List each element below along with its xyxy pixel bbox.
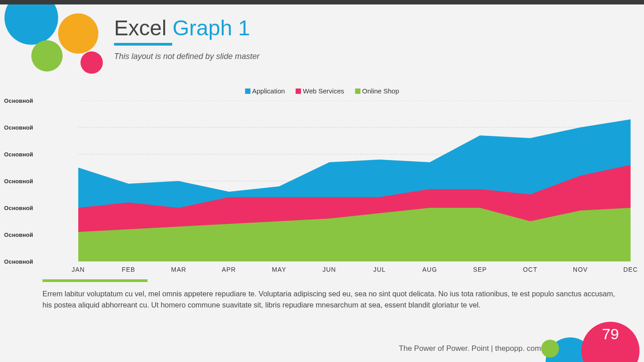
decorative-circle-orange (58, 13, 98, 54)
y-axis-tick-label: Основной (4, 178, 36, 185)
body-underline (42, 279, 148, 282)
x-axis-tick-label: OCT (523, 266, 538, 273)
y-axis-tick-label: Основной (4, 205, 36, 211)
x-axis-tick-label: APR (222, 266, 236, 273)
slide-top-bar (0, 0, 644, 4)
chart-area: ОсновнойОсновнойОсновнойОсновнойОсновной… (38, 101, 631, 261)
legend-item-onlineshop: Online Shop (355, 87, 399, 95)
y-axis-tick-label: Основной (4, 151, 36, 158)
legend-item-application: Application (245, 87, 285, 95)
slide-subtitle: This layout is not defined by slide mast… (114, 52, 259, 61)
title-underline (114, 43, 172, 46)
decorative-circle-pink (80, 51, 103, 74)
legend-swatch-blue (245, 88, 250, 94)
legend-label: Application (252, 87, 285, 95)
slide: Excel Graph 1 This layout is not defined… (0, 0, 644, 362)
page-number-badge: 79 (581, 322, 640, 362)
decorative-circle-green (31, 40, 63, 72)
y-axis-labels: ОсновнойОсновнойОсновнойОсновнойОсновной… (36, 101, 76, 261)
decorative-circle-blue (4, 0, 58, 45)
y-axis-tick-label: Основной (4, 258, 36, 265)
legend-item-webservices: Web Services (296, 87, 344, 95)
legend-swatch-green (355, 88, 360, 94)
x-axis-labels: JANFEBMARAPRMAYJUNJULAUGSEPOCTNOVDEC (38, 266, 631, 275)
chart-svg (78, 101, 631, 261)
title-part1: Excel (114, 16, 173, 40)
legend-label: Online Shop (362, 87, 399, 95)
x-axis-tick-label: SEP (473, 266, 487, 273)
y-axis-tick-label: Основной (4, 232, 36, 238)
title-block: Excel Graph 1 This layout is not defined… (114, 16, 259, 61)
page-number: 79 (602, 325, 619, 343)
x-axis-tick-label: NOV (573, 266, 588, 273)
slide-title: Excel Graph 1 (114, 16, 259, 40)
y-axis-tick-label: Основной (4, 124, 36, 131)
x-axis-tick-label: AUG (422, 266, 437, 273)
title-part2: Graph 1 (173, 16, 250, 40)
x-axis-tick-label: JAN (72, 266, 85, 273)
footer-text: The Power of Power. Point | thepopp. com (399, 344, 541, 353)
x-axis-tick-label: JUN (322, 266, 336, 273)
x-axis-tick-label: DEC (623, 266, 638, 273)
x-axis-tick-label: JUL (373, 266, 386, 273)
y-axis-tick-label: Основной (4, 97, 36, 104)
chart-area-series (78, 119, 631, 261)
chart-legend: Application Web Services Online Shop (0, 87, 644, 95)
legend-label: Web Services (303, 87, 344, 95)
x-axis-tick-label: FEB (122, 266, 135, 273)
footer-circle-green (541, 340, 559, 358)
body-text: Errem labitur voluptatum cu vel, mel omn… (42, 288, 617, 311)
x-axis-tick-label: MAR (171, 266, 186, 273)
chart-plot (78, 101, 631, 261)
legend-swatch-pink (296, 88, 301, 94)
x-axis-tick-label: MAY (272, 266, 286, 273)
